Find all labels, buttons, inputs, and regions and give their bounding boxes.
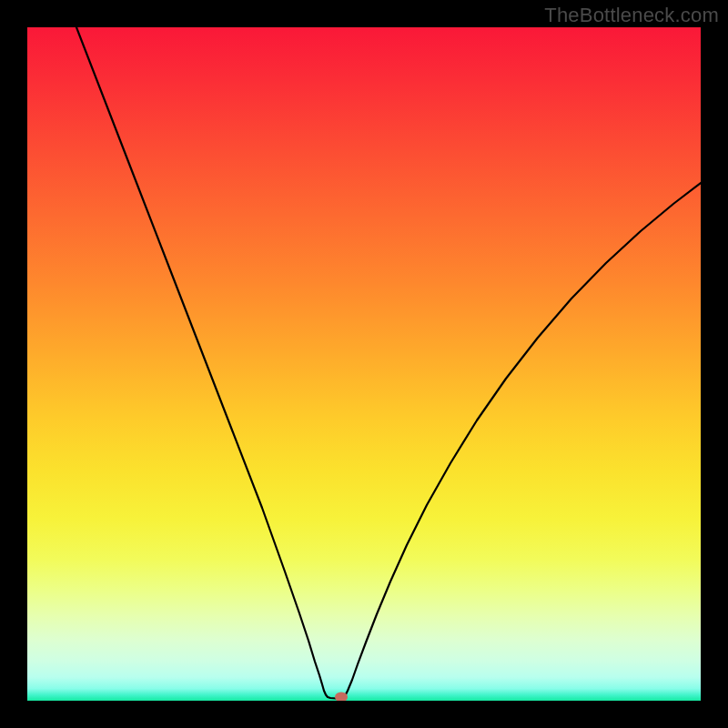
min-marker <box>335 693 348 702</box>
chart-stage: TheBottleneck.com <box>0 0 728 728</box>
watermark-text: TheBottleneck.com <box>544 4 719 27</box>
bottleneck-curve <box>27 27 701 701</box>
curve-path <box>76 27 701 699</box>
plot-area <box>27 27 701 701</box>
